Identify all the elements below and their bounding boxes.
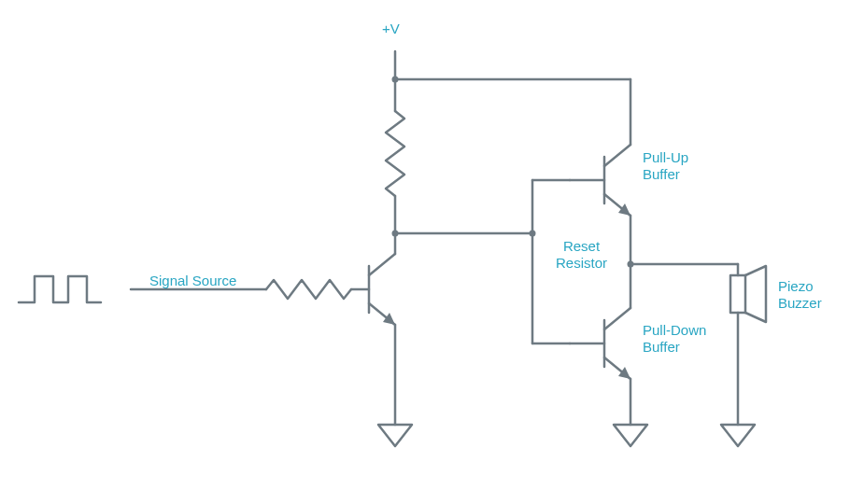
square-wave-icon	[19, 276, 101, 302]
label-pull-up-buffer: Pull-Up Buffer	[643, 149, 688, 183]
resistor-base	[266, 280, 351, 299]
piezo-buzzer-icon	[730, 266, 766, 322]
label-pull-down-buffer: Pull-Down Buffer	[643, 322, 706, 356]
svg-line-21	[604, 308, 630, 329]
resistor-collector	[386, 111, 404, 196]
ground-icon	[378, 425, 412, 446]
svg-line-2	[369, 254, 395, 275]
circuit-schematic	[0, 0, 864, 504]
ground-icon	[614, 425, 647, 446]
svg-marker-14	[618, 203, 630, 216]
svg-rect-29	[730, 275, 745, 313]
svg-marker-23	[618, 367, 630, 379]
label-signal-source: Signal Source	[149, 273, 236, 289]
transistor-q2-pullup	[570, 145, 630, 216]
transistor-q3-pulldown	[570, 308, 630, 379]
label-supply: +V	[382, 21, 400, 37]
svg-marker-4	[383, 313, 395, 325]
transistor-q1-npn	[369, 254, 395, 325]
label-piezo-buzzer: Piezo Buzzer	[778, 278, 822, 312]
svg-line-11	[604, 145, 630, 166]
label-reset-resistor: ResetResistor	[546, 238, 616, 272]
ground-icon	[721, 425, 755, 446]
